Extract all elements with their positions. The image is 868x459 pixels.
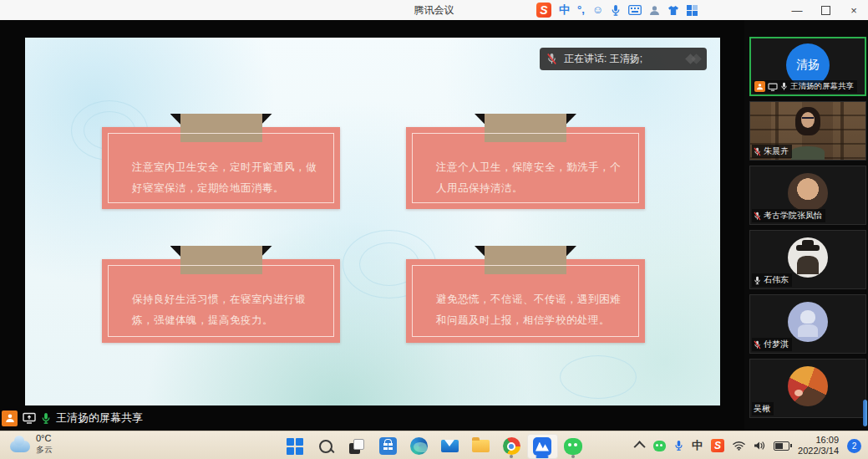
edge-button[interactable]: [404, 434, 434, 459]
wifi-icon[interactable]: [733, 441, 745, 451]
sogou-logo-icon[interactable]: S: [536, 3, 551, 18]
active-speaker-text: 正在讲话: 王清扬;: [564, 52, 642, 66]
card-text: 注意个人卫生，保障安全，勤洗手，个人用品保持清洁。: [436, 157, 622, 199]
weather-condition: 多云: [36, 444, 53, 455]
avatar: [788, 366, 828, 406]
meeting-main-area: 正在讲话: 王清扬; 注意室内卫生安全，定时开窗通风，做好寝室保洁，定期给地面消…: [0, 20, 868, 431]
participant-label: 王清扬的屏幕共享: [753, 80, 857, 93]
share-indicator-bar: 王清扬的屏幕共享: [0, 408, 143, 428]
active-speaker-banner: 正在讲话: 王清扬;: [540, 48, 707, 70]
mic-on-icon: [754, 276, 761, 285]
hidden-icons-chevron-icon[interactable]: [634, 441, 646, 452]
search-icon: [319, 440, 332, 453]
participants-sidebar: 清扬 王清扬的屏幕共享: [744, 20, 868, 431]
sogou-tray-icon[interactable]: S: [711, 439, 724, 452]
folder-icon: [472, 440, 490, 452]
slide-card-3: 保持良好生活习惯，在寝室内进行锻炼，强健体魄，提高免疫力。: [102, 259, 340, 343]
microsoft-store-button[interactable]: [373, 434, 404, 459]
volume-icon[interactable]: [754, 441, 765, 451]
muted-mic-icon: [546, 53, 557, 65]
minimize-button[interactable]: —: [783, 0, 811, 20]
sogou-ime-toolbar: S 中 °, ☺: [536, 2, 698, 18]
notification-badge[interactable]: 2: [847, 439, 861, 453]
wechat-button[interactable]: [558, 434, 589, 459]
toolbox-grid-icon[interactable]: [687, 5, 698, 16]
account-icon[interactable]: [649, 5, 660, 16]
task-view-button[interactable]: [342, 434, 373, 459]
figure-head: [800, 310, 815, 324]
punctuation-icon[interactable]: °,: [577, 3, 585, 18]
figure-body: [798, 324, 818, 337]
watercolor-ripple: [560, 355, 637, 399]
muted-mic-icon: [754, 147, 761, 156]
file-explorer-button[interactable]: [465, 434, 496, 459]
mic-on-icon: [780, 82, 788, 91]
active-indicator: [536, 456, 549, 458]
task-view-icon: [349, 439, 364, 454]
participant-name: 朱晨卉: [764, 145, 789, 157]
cloud-icon: [10, 441, 30, 452]
participant-name: 付梦淇: [764, 339, 789, 350]
participant-name: 石伟东: [764, 274, 789, 286]
screen-share-icon: [768, 83, 778, 91]
muted-mic-icon: [754, 340, 761, 349]
screen-share-icon: [23, 412, 36, 424]
participant-tile[interactable]: 石伟东: [749, 230, 866, 289]
mail-button[interactable]: [434, 434, 465, 459]
wechat-icon: [564, 438, 582, 455]
voice-input-icon[interactable]: [611, 4, 621, 17]
person-body: [791, 146, 825, 160]
close-button[interactable]: ×: [840, 0, 868, 20]
date: 2022/3/14: [798, 446, 839, 456]
input-mode-chinese-icon[interactable]: 中: [559, 3, 570, 18]
emoji-picker-icon[interactable]: ☺: [592, 3, 603, 18]
search-button[interactable]: [311, 434, 342, 459]
weather-widget[interactable]: 0°C 多云: [10, 433, 53, 455]
start-button[interactable]: [280, 434, 311, 459]
participant-label: 考古学院张凤怡: [752, 209, 825, 222]
battery-pen-icon[interactable]: [774, 441, 789, 451]
chrome-icon: [503, 437, 520, 455]
figure: [797, 256, 819, 274]
participant-tile-screen-share[interactable]: 清扬 王清扬的屏幕共享: [749, 37, 866, 96]
running-indicator: [510, 455, 513, 458]
participant-tile[interactable]: 付梦淇: [749, 294, 866, 354]
skin-shirt-icon[interactable]: [667, 5, 679, 16]
running-indicator: [571, 455, 575, 458]
participant-label: 朱晨卉: [752, 145, 792, 158]
tencent-meeting-button[interactable]: [527, 434, 558, 459]
glasses: [802, 117, 814, 122]
edge-icon: [410, 437, 428, 455]
bookshelf: [840, 102, 844, 160]
participant-tile[interactable]: 吴楸: [749, 359, 866, 418]
participant-name: 考古学院张凤怡: [764, 210, 822, 222]
presenter-icon: [754, 81, 765, 92]
ime-language-icon[interactable]: 中: [692, 438, 703, 453]
window-title: 腾讯会议: [0, 0, 868, 20]
soft-keyboard-icon[interactable]: [628, 5, 642, 15]
clock[interactable]: 16:09 2022/3/14: [798, 435, 839, 456]
watermark-diamonds-icon: [687, 55, 700, 63]
card-text: 避免恐慌，不信谣、不传谣，遇到困难和问题及时上报，相信学校的处理。: [436, 289, 622, 331]
participant-tile-video[interactable]: 朱晨卉: [749, 101, 866, 161]
sidebar-scrollbar[interactable]: [863, 400, 867, 426]
taskbar-app-icons: [280, 431, 589, 459]
restore-button[interactable]: [811, 0, 840, 20]
presenter-icon: [2, 411, 18, 426]
mic-on-icon: [41, 412, 51, 425]
chrome-button[interactable]: [496, 434, 527, 459]
restore-icon: [821, 6, 830, 15]
store-icon: [379, 437, 397, 455]
time: 16:09: [815, 435, 839, 446]
title-bar: 腾讯会议 S 中 °, ☺ — ×: [0, 0, 868, 21]
participant-tile[interactable]: 考古学院张凤怡: [749, 166, 866, 225]
hat-brim: [796, 245, 820, 251]
participant-name: 王清扬的屏幕共享: [790, 81, 854, 92]
microphone-tray-icon[interactable]: [674, 440, 683, 451]
slide-card-1: 注意室内卫生安全，定时开窗通风，做好寝室保洁，定期给地面消毒。: [102, 127, 340, 209]
card-text: 注意室内卫生安全，定时开窗通风，做好寝室保洁，定期给地面消毒。: [132, 157, 317, 199]
card-text: 保持良好生活习惯，在寝室内进行锻炼，强健体魄，提高免疫力。: [132, 289, 317, 331]
share-indicator-text: 王清扬的屏幕共享: [56, 411, 143, 426]
wechat-tray-icon[interactable]: [653, 441, 666, 451]
participant-label: 石伟东: [752, 273, 792, 287]
